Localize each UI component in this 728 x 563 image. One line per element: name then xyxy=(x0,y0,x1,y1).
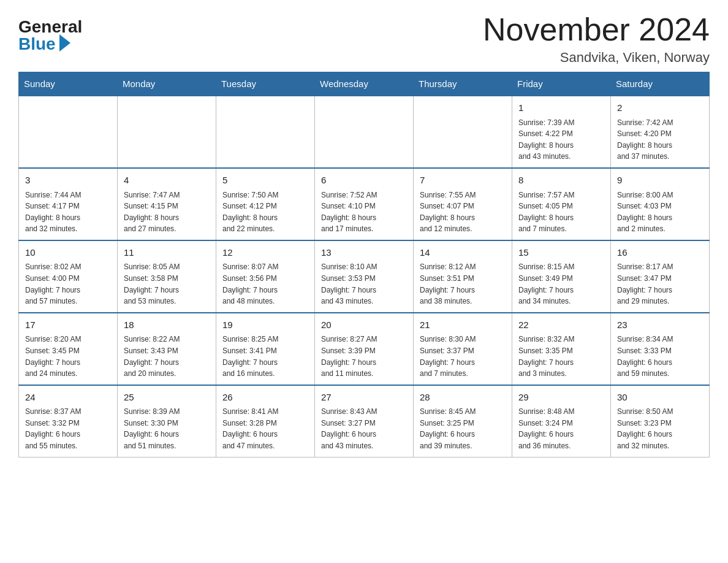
calendar-cell: 21Sunrise: 8:30 AMSunset: 3:37 PMDayligh… xyxy=(414,313,512,385)
weekday-header-thursday: Thursday xyxy=(414,72,512,96)
calendar-cell: 11Sunrise: 8:05 AMSunset: 3:58 PMDayligh… xyxy=(118,240,216,313)
day-info: Sunrise: 8:45 AMSunset: 3:25 PMDaylight:… xyxy=(420,407,476,450)
day-number: 15 xyxy=(518,246,605,260)
calendar-cell: 12Sunrise: 8:07 AMSunset: 3:56 PMDayligh… xyxy=(216,240,315,313)
calendar-cell xyxy=(414,96,512,168)
location-text: Sandvika, Viken, Norway xyxy=(483,50,710,66)
day-info: Sunrise: 8:41 AMSunset: 3:28 PMDaylight:… xyxy=(222,407,278,450)
day-number: 17 xyxy=(25,318,112,332)
day-number: 19 xyxy=(222,318,309,332)
day-info: Sunrise: 8:43 AMSunset: 3:27 PMDaylight:… xyxy=(321,407,377,450)
calendar-cell: 24Sunrise: 8:37 AMSunset: 3:32 PMDayligh… xyxy=(19,385,118,457)
day-info: Sunrise: 7:44 AMSunset: 4:17 PMDaylight:… xyxy=(25,191,81,234)
day-info: Sunrise: 8:34 AMSunset: 3:33 PMDaylight:… xyxy=(617,335,673,378)
weekday-header-sunday: Sunday xyxy=(19,72,118,96)
calendar-cell: 13Sunrise: 8:10 AMSunset: 3:53 PMDayligh… xyxy=(315,240,414,313)
calendar-cell xyxy=(216,96,315,168)
day-info: Sunrise: 8:15 AMSunset: 3:49 PMDaylight:… xyxy=(518,262,574,305)
calendar-cell: 29Sunrise: 8:48 AMSunset: 3:24 PMDayligh… xyxy=(512,385,611,457)
calendar-cell: 10Sunrise: 8:02 AMSunset: 4:00 PMDayligh… xyxy=(19,240,118,313)
calendar-cell: 18Sunrise: 8:22 AMSunset: 3:43 PMDayligh… xyxy=(118,313,216,385)
day-number: 9 xyxy=(617,174,704,188)
day-number: 7 xyxy=(420,174,507,188)
day-number: 6 xyxy=(321,174,408,188)
day-number: 16 xyxy=(617,246,704,260)
calendar-cell: 20Sunrise: 8:27 AMSunset: 3:39 PMDayligh… xyxy=(315,313,414,385)
day-number: 24 xyxy=(25,391,112,405)
title-section: November 2024 Sandvika, Viken, Norway xyxy=(483,12,710,66)
day-info: Sunrise: 8:07 AMSunset: 3:56 PMDaylight:… xyxy=(222,262,278,305)
calendar-header-row: SundayMondayTuesdayWednesdayThursdayFrid… xyxy=(19,72,710,96)
day-number: 14 xyxy=(420,246,507,260)
logo-general-text: General xyxy=(18,18,82,36)
day-number: 4 xyxy=(124,174,211,188)
calendar-cell: 27Sunrise: 8:43 AMSunset: 3:27 PMDayligh… xyxy=(315,385,414,457)
day-number: 28 xyxy=(420,391,507,405)
day-number: 8 xyxy=(518,174,605,188)
calendar-week-row: 24Sunrise: 8:37 AMSunset: 3:32 PMDayligh… xyxy=(19,385,710,457)
day-info: Sunrise: 7:52 AMSunset: 4:10 PMDaylight:… xyxy=(321,191,377,234)
calendar-cell: 15Sunrise: 8:15 AMSunset: 3:49 PMDayligh… xyxy=(512,240,611,313)
calendar-cell xyxy=(118,96,216,168)
day-info: Sunrise: 8:39 AMSunset: 3:30 PMDaylight:… xyxy=(124,407,180,450)
day-info: Sunrise: 7:42 AMSunset: 4:20 PMDaylight:… xyxy=(617,118,673,161)
calendar-cell: 4Sunrise: 7:47 AMSunset: 4:15 PMDaylight… xyxy=(118,168,216,240)
day-number: 22 xyxy=(518,318,605,332)
day-number: 5 xyxy=(222,174,309,188)
calendar-cell: 9Sunrise: 8:00 AMSunset: 4:03 PMDaylight… xyxy=(611,168,710,240)
day-number: 29 xyxy=(518,391,605,405)
calendar-cell: 2Sunrise: 7:42 AMSunset: 4:20 PMDaylight… xyxy=(611,96,710,168)
calendar-week-row: 17Sunrise: 8:20 AMSunset: 3:45 PMDayligh… xyxy=(19,313,710,385)
day-info: Sunrise: 8:17 AMSunset: 3:47 PMDaylight:… xyxy=(617,262,673,305)
day-number: 3 xyxy=(25,174,112,188)
day-number: 20 xyxy=(321,318,408,332)
calendar-cell: 5Sunrise: 7:50 AMSunset: 4:12 PMDaylight… xyxy=(216,168,315,240)
day-number: 25 xyxy=(124,391,211,405)
calendar-week-row: 10Sunrise: 8:02 AMSunset: 4:00 PMDayligh… xyxy=(19,240,710,313)
calendar-cell: 1Sunrise: 7:39 AMSunset: 4:22 PMDaylight… xyxy=(512,96,611,168)
day-number: 26 xyxy=(222,391,309,405)
day-number: 11 xyxy=(124,246,211,260)
calendar-cell: 3Sunrise: 7:44 AMSunset: 4:17 PMDaylight… xyxy=(19,168,118,240)
calendar-cell xyxy=(19,96,118,168)
day-info: Sunrise: 8:00 AMSunset: 4:03 PMDaylight:… xyxy=(617,191,673,234)
day-number: 13 xyxy=(321,246,408,260)
logo: General Blue xyxy=(18,12,82,53)
day-number: 1 xyxy=(518,101,605,115)
day-info: Sunrise: 8:25 AMSunset: 3:41 PMDaylight:… xyxy=(222,335,278,378)
calendar-week-row: 3Sunrise: 7:44 AMSunset: 4:17 PMDaylight… xyxy=(19,168,710,240)
day-info: Sunrise: 8:50 AMSunset: 3:23 PMDaylight:… xyxy=(617,407,673,450)
calendar-cell: 19Sunrise: 8:25 AMSunset: 3:41 PMDayligh… xyxy=(216,313,315,385)
month-title: November 2024 xyxy=(483,12,710,47)
day-number: 23 xyxy=(617,318,704,332)
day-info: Sunrise: 8:20 AMSunset: 3:45 PMDaylight:… xyxy=(25,335,81,378)
day-info: Sunrise: 7:47 AMSunset: 4:15 PMDaylight:… xyxy=(124,191,180,234)
day-number: 21 xyxy=(420,318,507,332)
logo-blue-text: Blue xyxy=(18,36,70,53)
day-info: Sunrise: 8:12 AMSunset: 3:51 PMDaylight:… xyxy=(420,262,476,305)
calendar-cell: 6Sunrise: 7:52 AMSunset: 4:10 PMDaylight… xyxy=(315,168,414,240)
day-info: Sunrise: 8:37 AMSunset: 3:32 PMDaylight:… xyxy=(25,407,81,450)
day-info: Sunrise: 8:32 AMSunset: 3:35 PMDaylight:… xyxy=(518,335,574,378)
weekday-header-wednesday: Wednesday xyxy=(315,72,414,96)
day-info: Sunrise: 8:02 AMSunset: 4:00 PMDaylight:… xyxy=(25,262,81,305)
day-info: Sunrise: 8:10 AMSunset: 3:53 PMDaylight:… xyxy=(321,262,377,305)
day-info: Sunrise: 8:05 AMSunset: 3:58 PMDaylight:… xyxy=(124,262,180,305)
weekday-header-friday: Friday xyxy=(512,72,611,96)
calendar-cell: 17Sunrise: 8:20 AMSunset: 3:45 PMDayligh… xyxy=(19,313,118,385)
weekday-header-monday: Monday xyxy=(118,72,216,96)
day-info: Sunrise: 7:50 AMSunset: 4:12 PMDaylight:… xyxy=(222,191,278,234)
calendar-cell: 26Sunrise: 8:41 AMSunset: 3:28 PMDayligh… xyxy=(216,385,315,457)
logo-arrow-icon xyxy=(59,34,70,52)
calendar-table: SundayMondayTuesdayWednesdayThursdayFrid… xyxy=(18,72,710,457)
calendar-cell: 7Sunrise: 7:55 AMSunset: 4:07 PMDaylight… xyxy=(414,168,512,240)
day-number: 10 xyxy=(25,246,112,260)
day-info: Sunrise: 7:39 AMSunset: 4:22 PMDaylight:… xyxy=(518,118,574,161)
day-number: 18 xyxy=(124,318,211,332)
calendar-cell: 14Sunrise: 8:12 AMSunset: 3:51 PMDayligh… xyxy=(414,240,512,313)
calendar-week-row: 1Sunrise: 7:39 AMSunset: 4:22 PMDaylight… xyxy=(19,96,710,168)
day-info: Sunrise: 8:22 AMSunset: 3:43 PMDaylight:… xyxy=(124,335,180,378)
day-info: Sunrise: 8:30 AMSunset: 3:37 PMDaylight:… xyxy=(420,335,476,378)
calendar-cell: 22Sunrise: 8:32 AMSunset: 3:35 PMDayligh… xyxy=(512,313,611,385)
calendar-cell: 8Sunrise: 7:57 AMSunset: 4:05 PMDaylight… xyxy=(512,168,611,240)
